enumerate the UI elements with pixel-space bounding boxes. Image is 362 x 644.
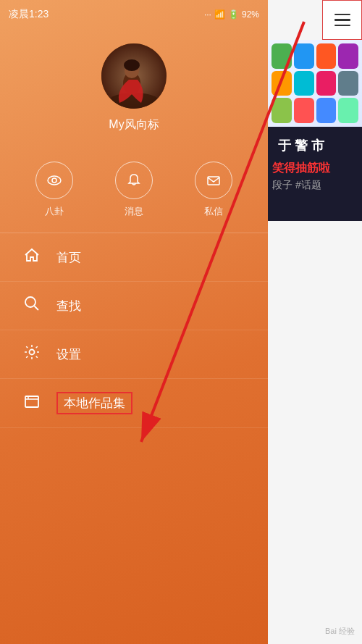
app-icon xyxy=(338,71,358,96)
gossip-icon-circle xyxy=(35,162,73,199)
quick-action-dm[interactable]: 私信 xyxy=(195,162,232,218)
status-bar: 凌晨1:23 ··· 📶 🔋 92% xyxy=(0,0,268,29)
menu-item-home[interactable]: 首页 xyxy=(0,233,268,282)
app-icon xyxy=(294,43,314,69)
status-icons: ··· 📶 🔋 92% xyxy=(204,9,259,20)
svg-rect-7 xyxy=(208,177,219,185)
screenshot-text: 于 警 市 笑得抽筋啦 段子 #话题 xyxy=(268,127,362,221)
avatar-area: My风向标 xyxy=(0,29,268,154)
gossip-label: 八卦 xyxy=(45,205,64,218)
app-icon xyxy=(316,98,337,123)
app-icon xyxy=(272,43,292,69)
local-icon xyxy=(22,393,42,414)
menu-item-local[interactable]: 本地作品集 xyxy=(0,379,268,428)
menu-item-search[interactable]: 查找 xyxy=(0,282,268,330)
battery-icon: 🔋 xyxy=(228,9,239,20)
local-menu-label: 本地作品集 xyxy=(56,392,132,414)
home-icon xyxy=(22,246,42,268)
message-label: 消息 xyxy=(125,205,143,218)
app-icon xyxy=(294,98,314,123)
home-menu-label: 首页 xyxy=(56,249,81,266)
app-icon xyxy=(316,43,337,69)
avatar[interactable] xyxy=(101,43,167,109)
quick-action-gossip[interactable]: 八卦 xyxy=(35,162,73,218)
svg-rect-11 xyxy=(25,396,38,407)
right-panel: 于 警 市 笑得抽筋啦 段子 #话题 Bai 经验 xyxy=(268,0,362,644)
svg-point-4 xyxy=(124,59,140,71)
app-icon xyxy=(272,98,292,123)
quick-actions-row: 八卦 消息 私信 xyxy=(0,154,268,233)
app-icon xyxy=(272,71,292,96)
search-icon xyxy=(22,295,42,317)
svg-point-6 xyxy=(52,178,56,183)
app-icon xyxy=(316,71,337,96)
baidu-watermark: Bai 经验 xyxy=(325,626,355,637)
svg-point-5 xyxy=(48,176,61,185)
app-icon xyxy=(338,43,358,69)
svg-point-8 xyxy=(25,297,35,307)
hamburger-line-1 xyxy=(334,14,350,16)
hamburger-line-3 xyxy=(334,25,350,27)
username-label: My风向标 xyxy=(109,117,159,133)
dm-label: 私信 xyxy=(204,205,223,218)
settings-icon xyxy=(22,343,42,365)
status-time: 凌晨1:23 xyxy=(9,8,49,21)
screenshot-phone xyxy=(268,40,362,127)
screenshot-sub-text: 段子 #话题 xyxy=(272,179,358,192)
app-icon xyxy=(338,98,358,123)
hamburger-menu-button[interactable] xyxy=(322,0,362,40)
quick-action-message[interactable]: 消息 xyxy=(115,162,153,218)
screenshot-text-content: 于 警 市 xyxy=(272,131,358,161)
signal-icon: 📶 xyxy=(214,9,225,20)
search-menu-label: 查找 xyxy=(56,298,81,314)
sidebar-drawer: 凌晨1:23 ··· 📶 🔋 92% xyxy=(0,0,268,644)
app-icon xyxy=(294,71,314,96)
message-icon-circle xyxy=(115,162,153,199)
battery-percent: 92% xyxy=(242,9,259,20)
dm-icon-circle xyxy=(195,162,232,199)
wifi-icon: ··· xyxy=(204,9,211,20)
screenshot-red-text: 笑得抽筋啦 xyxy=(272,161,358,176)
svg-point-10 xyxy=(30,350,35,355)
hamburger-line-2 xyxy=(334,19,350,21)
svg-line-9 xyxy=(35,306,39,311)
menu-item-settings[interactable]: 设置 xyxy=(0,330,268,379)
settings-menu-label: 设置 xyxy=(56,346,81,363)
